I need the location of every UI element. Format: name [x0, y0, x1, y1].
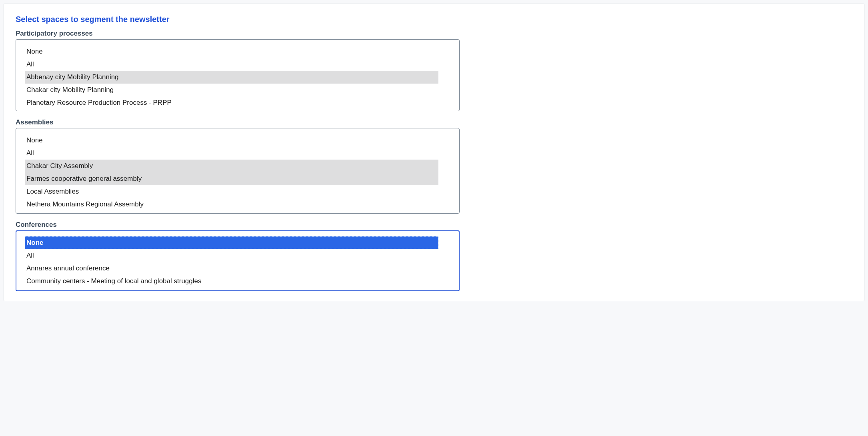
card-title: Select spaces to segment the newsletter: [16, 15, 852, 24]
section-processes-label: Participatory processes: [16, 30, 460, 38]
conferences-option[interactable]: Annares annual conference: [25, 262, 438, 275]
section-assemblies: Assemblies None All Chakar City Assembly…: [16, 118, 460, 214]
assemblies-select[interactable]: None All Chakar City Assembly Farmes coo…: [16, 128, 460, 214]
processes-option[interactable]: Planetary Resource Production Process - …: [25, 96, 438, 109]
assemblies-option[interactable]: All: [25, 147, 438, 160]
processes-option[interactable]: Chakar city Mobility Planning: [25, 84, 438, 96]
conferences-option[interactable]: None: [25, 236, 438, 249]
conferences-option[interactable]: Community centers - Meeting of local and…: [25, 275, 438, 288]
assemblies-option[interactable]: Nethera Mountains Regional Assembly: [25, 198, 438, 211]
assemblies-option[interactable]: None: [25, 134, 438, 147]
section-assemblies-label: Assemblies: [16, 118, 460, 126]
assemblies-option[interactable]: Farmes cooperative general assembly: [25, 172, 438, 185]
assemblies-option[interactable]: Chakar City Assembly: [25, 160, 438, 172]
section-processes: Participatory processes None All Abbenay…: [16, 30, 460, 111]
conferences-select[interactable]: None All Annares annual conference Commu…: [16, 230, 460, 291]
section-conferences-label: Conferences: [16, 221, 460, 229]
processes-select[interactable]: None All Abbenay city Mobility Planning …: [16, 39, 460, 111]
processes-option[interactable]: Abbenay city Mobility Planning: [25, 71, 438, 84]
processes-option[interactable]: None: [25, 45, 438, 58]
section-conferences: Conferences None All Annares annual conf…: [16, 221, 460, 291]
assemblies-option[interactable]: Local Assemblies: [25, 185, 438, 198]
conferences-option[interactable]: All: [25, 249, 438, 262]
processes-option[interactable]: All: [25, 58, 438, 71]
segment-card: Select spaces to segment the newsletter …: [3, 3, 865, 301]
